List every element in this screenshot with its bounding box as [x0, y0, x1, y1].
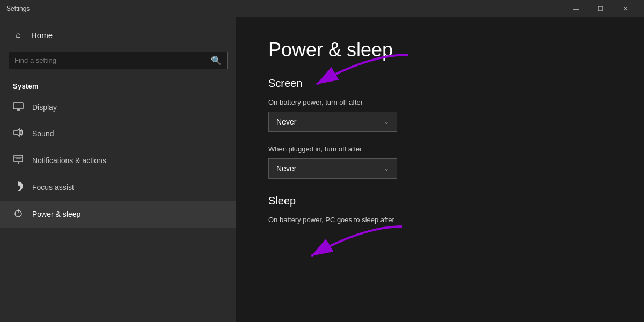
- sleep-arrow-annotation: [301, 221, 408, 266]
- power-icon: [13, 208, 24, 220]
- plugged-screen-label: When plugged in, turn off after: [268, 145, 612, 153]
- svg-marker-3: [14, 129, 19, 136]
- sidebar-item-sound-label: Sound: [32, 129, 54, 138]
- sidebar-item-power[interactable]: Power & sleep: [0, 201, 236, 228]
- display-icon: [13, 102, 24, 113]
- sidebar-item-display-label: Display: [32, 103, 57, 112]
- app-container: ⌂ Home 🔍 System Display: [0, 17, 644, 322]
- notifications-icon: [13, 155, 24, 166]
- sidebar: ⌂ Home 🔍 System Display: [0, 17, 236, 322]
- maximize-button[interactable]: ☐: [588, 0, 613, 17]
- plugged-screen-value: Never: [276, 164, 296, 173]
- titlebar-controls: — ☐ ✕: [564, 0, 638, 17]
- sidebar-home-button[interactable]: ⌂ Home: [0, 24, 236, 46]
- focus-icon: [13, 181, 24, 193]
- system-section-label: System: [0, 78, 236, 94]
- battery-screen-value: Never: [276, 118, 296, 126]
- sidebar-item-focus-label: Focus assist: [32, 183, 74, 192]
- battery-screen-chevron: ⌄: [384, 118, 389, 126]
- sidebar-item-focus[interactable]: Focus assist: [0, 174, 236, 201]
- sidebar-home-label: Home: [31, 31, 53, 40]
- sidebar-item-notifications-label: Notifications & actions: [32, 156, 106, 165]
- screen-section: Screen On battery power, turn off after …: [268, 77, 612, 179]
- content-area: Power & sleep Screen On battery power, t…: [236, 17, 644, 322]
- screen-heading: Screen: [268, 77, 612, 90]
- plugged-screen-dropdown[interactable]: Never ⌄: [268, 158, 397, 179]
- battery-screen-label: On battery power, turn off after: [268, 98, 612, 106]
- battery-screen-dropdown[interactable]: Never ⌄: [268, 112, 397, 132]
- titlebar: Settings — ☐ ✕: [0, 0, 644, 17]
- sleep-section: Sleep On battery power, PC goes to sleep…: [268, 195, 612, 224]
- sleep-heading: Sleep: [268, 195, 612, 207]
- search-box[interactable]: 🔍: [9, 52, 228, 69]
- home-icon: ⌂: [13, 30, 24, 40]
- search-icon: 🔍: [211, 55, 222, 65]
- sidebar-item-display[interactable]: Display: [0, 94, 236, 120]
- minimize-button[interactable]: —: [564, 0, 588, 17]
- svg-rect-0: [13, 103, 23, 109]
- titlebar-title: Settings: [6, 5, 564, 12]
- sidebar-item-sound[interactable]: Sound: [0, 120, 236, 147]
- svg-rect-4: [14, 155, 23, 162]
- page-title: Power & sleep: [268, 39, 612, 61]
- sidebar-item-notifications[interactable]: Notifications & actions: [0, 147, 236, 174]
- sound-icon: [13, 128, 24, 140]
- sidebar-item-power-label: Power & sleep: [32, 210, 80, 218]
- search-input[interactable]: [14, 56, 207, 64]
- battery-sleep-label: On battery power, PC goes to sleep after: [268, 216, 612, 224]
- plugged-screen-chevron: ⌄: [384, 165, 389, 172]
- close-button[interactable]: ✕: [613, 0, 638, 17]
